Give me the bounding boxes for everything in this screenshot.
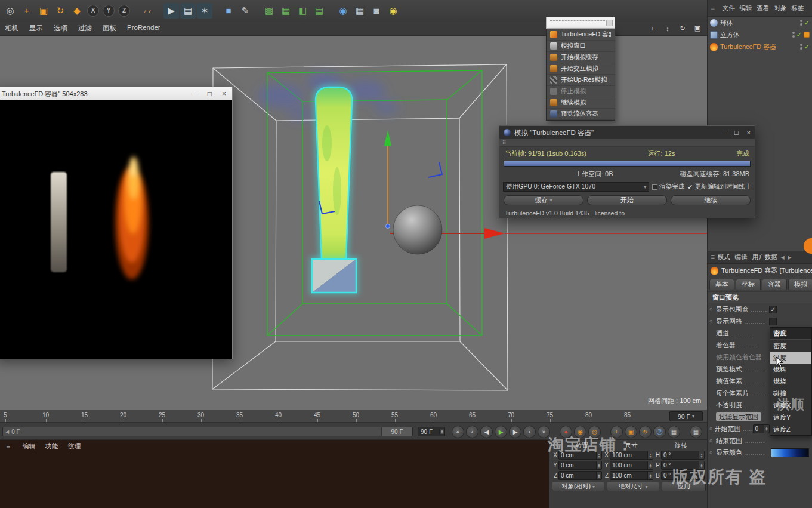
render-picture-viewer-button[interactable]: ▤ bbox=[180, 3, 196, 19]
tfd-menu-item-4[interactable]: 开始交互模拟 bbox=[547, 63, 615, 75]
go-to-start-button[interactable]: « bbox=[452, 426, 464, 438]
channel-option-8[interactable]: 速度Z bbox=[770, 423, 811, 435]
om-menu-2[interactable]: 编辑 bbox=[740, 4, 752, 13]
cache-button[interactable]: 缓存 ▾ bbox=[504, 195, 583, 205]
property-checkbox-1[interactable]: ✓ bbox=[769, 306, 777, 313]
property-checkbox-2[interactable] bbox=[769, 318, 777, 325]
minimize-button[interactable]: ─ bbox=[721, 129, 726, 136]
display-color-gradient[interactable] bbox=[771, 448, 809, 457]
animation-dot-icon[interactable]: ○ bbox=[709, 318, 716, 324]
visibility-dots-icon[interactable] bbox=[800, 20, 802, 26]
last-tool-icon[interactable]: ◆ bbox=[69, 3, 85, 19]
coord-field-2-1[interactable]: 100 cm bbox=[610, 471, 653, 480]
pen-tool-button[interactable]: ✎ bbox=[237, 3, 253, 19]
om-menu-4[interactable]: 对象 bbox=[774, 4, 787, 13]
previous-key-button[interactable]: ‹ bbox=[466, 426, 478, 438]
tfd-menu-item-3[interactable]: 开始模拟缓存 bbox=[547, 52, 615, 63]
tfd-menu-tearoff[interactable] bbox=[546, 17, 615, 29]
material-menu-1[interactable]: 编辑 bbox=[23, 442, 36, 451]
object-row-cube[interactable]: 立方体✓ bbox=[708, 29, 812, 41]
next-key-button[interactable]: › bbox=[523, 426, 536, 438]
primitive-cube-button[interactable]: ■ bbox=[221, 3, 236, 19]
camera-button[interactable]: ◙ bbox=[369, 3, 384, 19]
coord-field-0-2[interactable]: 0 ° bbox=[661, 451, 705, 460]
start-button[interactable]: 开始 bbox=[587, 195, 667, 205]
viewport-menu-item-5[interactable]: 面板 bbox=[103, 24, 116, 33]
subdivision-surface-button[interactable]: ▩ bbox=[261, 3, 277, 19]
previous-frame-button[interactable]: ◀ bbox=[480, 426, 493, 438]
viewport-menu-item-6[interactable]: ProRender bbox=[127, 24, 160, 33]
coord-field-1-0[interactable]: 0 cm bbox=[558, 461, 602, 470]
tab-容器[interactable]: 容器 bbox=[762, 279, 787, 290]
forward-arrow-icon[interactable]: ▶ bbox=[788, 255, 792, 260]
om-menu-5[interactable]: 标签 bbox=[792, 4, 804, 13]
record-parameter-button[interactable]: Ⓟ bbox=[653, 426, 666, 438]
viewport-menu-item-3[interactable]: 选项 bbox=[54, 24, 67, 33]
render-done-checkbox[interactable]: 渲染完成 bbox=[652, 183, 684, 191]
texture-tag-icon[interactable] bbox=[804, 32, 810, 38]
start-range-field[interactable]: 0 bbox=[753, 424, 770, 433]
coord-field-1-1[interactable]: 100 cm bbox=[610, 461, 653, 470]
size-mode-dropdown[interactable]: 绝对尺寸 ▾ bbox=[607, 482, 659, 491]
channel-dropdown-value[interactable]: 密度 bbox=[770, 328, 811, 340]
sphere-object[interactable] bbox=[393, 205, 442, 254]
am-menu-2[interactable]: 编辑 bbox=[735, 253, 748, 261]
maximize-button[interactable]: □ bbox=[208, 90, 212, 98]
live-selection-icon[interactable]: ◎ bbox=[2, 3, 18, 19]
viewport-menu-item-4[interactable]: 过滤 bbox=[78, 24, 92, 33]
lock-y-axis-button[interactable]: Y bbox=[103, 5, 115, 17]
spinner-icon[interactable] bbox=[439, 429, 444, 434]
render-view-button[interactable]: ▶ bbox=[163, 3, 179, 19]
plane-handle-icon[interactable] bbox=[428, 162, 442, 177]
material-menu-2[interactable]: 功能 bbox=[45, 442, 58, 451]
coord-field-2-0[interactable]: 0 cm bbox=[558, 471, 602, 480]
spinner-icon[interactable] bbox=[764, 425, 769, 433]
fire-column[interactable] bbox=[316, 87, 352, 259]
play-button[interactable]: ▶ bbox=[495, 426, 507, 438]
minimize-button[interactable]: ─ bbox=[192, 90, 197, 98]
volume-button[interactable]: ▤ bbox=[311, 3, 327, 19]
timeline-ruler[interactable]: 90 F ▾ 510152025303540455055606570758085 bbox=[0, 410, 707, 423]
record-rotation-button[interactable]: ↻ bbox=[639, 426, 652, 438]
current-frame-box[interactable]: 90 F ▾ bbox=[669, 411, 703, 421]
spinner-icon[interactable] bbox=[596, 461, 601, 469]
animation-dot-icon[interactable]: ○ bbox=[709, 449, 716, 455]
rotate-view-icon[interactable]: ↻ bbox=[678, 24, 687, 33]
om-menu-1[interactable]: 文件 bbox=[723, 4, 735, 13]
tfd-menu-item-2[interactable]: 模拟窗口 bbox=[547, 41, 615, 52]
y-axis-arrow-icon[interactable] bbox=[384, 130, 391, 146]
object-row-sphere[interactable]: 球体✓ bbox=[708, 17, 812, 29]
animation-dot-icon[interactable]: ○ bbox=[709, 426, 715, 432]
tab-坐标[interactable]: 坐标 bbox=[736, 279, 761, 290]
slider-left-arrow-icon[interactable]: ◀ bbox=[5, 429, 9, 435]
om-menu-3[interactable]: 查看 bbox=[757, 4, 770, 13]
lock-x-axis-button[interactable]: X bbox=[87, 5, 99, 17]
axis-origin-dot[interactable] bbox=[386, 224, 390, 229]
tfd-menu-item-1[interactable]: TurbulenceFD 容器 bbox=[547, 29, 615, 41]
spinner-icon[interactable] bbox=[647, 451, 653, 459]
move-tool-icon[interactable]: + bbox=[19, 3, 35, 19]
dialog-titlebar[interactable]: 模拟 "TurbulenceFD 容器" ─ □ × bbox=[499, 126, 755, 139]
timeline-slider[interactable]: ◀ 0 F 90 F bbox=[2, 427, 413, 436]
channel-option-1[interactable]: 密度 bbox=[770, 340, 811, 352]
section-header[interactable]: 窗口预览 bbox=[708, 291, 812, 303]
coordinate-system-button[interactable]: ▱ bbox=[140, 3, 155, 19]
update-timeline-checkbox[interactable]: ✓ 更新编辑到时间线上 bbox=[687, 183, 751, 191]
tfd-menu-item-8[interactable]: 预览流体容器 bbox=[547, 109, 615, 120]
maximize-view-icon[interactable]: ▣ bbox=[693, 24, 702, 33]
layout-button[interactable]: ▦ bbox=[690, 426, 702, 438]
spinner-icon[interactable] bbox=[647, 461, 653, 469]
tab-模拟[interactable]: 模拟 bbox=[788, 279, 812, 290]
animation-dot-icon[interactable]: ○ bbox=[709, 438, 716, 444]
spinner-icon[interactable] bbox=[699, 451, 704, 459]
viewport-menu-item-1[interactable]: 相机 bbox=[5, 24, 18, 33]
animation-dot-icon[interactable]: ○ bbox=[709, 306, 716, 312]
outer-cube-wireframe[interactable] bbox=[212, 64, 508, 390]
gpu-select[interactable]: 使用GPU 0: GeForce GTX 1070 ▾ bbox=[503, 182, 649, 192]
floor-button[interactable]: ▦ bbox=[352, 3, 368, 19]
visibility-dots-icon[interactable] bbox=[800, 44, 802, 50]
boole-button[interactable]: ◧ bbox=[295, 3, 310, 19]
tfd-menu-item-6[interactable]: 停止模拟 bbox=[547, 86, 615, 97]
close-button[interactable]: × bbox=[222, 90, 226, 98]
light-button[interactable]: ◉ bbox=[385, 3, 401, 19]
